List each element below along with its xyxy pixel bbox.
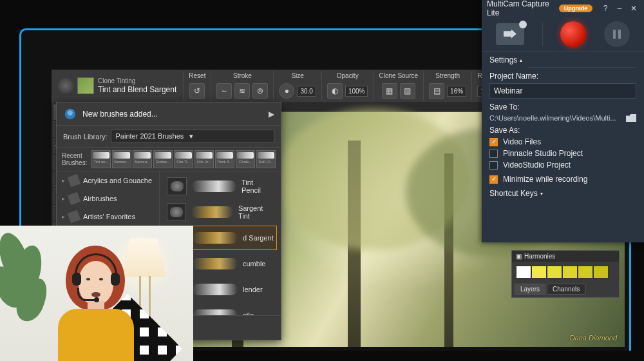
save-as-option-label: Pinnacle Studio Project xyxy=(503,149,583,158)
save-as-checkbox[interactable] xyxy=(489,138,498,146)
harmony-swatch[interactable] xyxy=(516,266,531,278)
help-button[interactable]: ? xyxy=(600,3,611,14)
recent-brushes-row: Recent Brushes: Tint an...Sarzen...Sarze… xyxy=(57,148,281,171)
save-to-label: Save To: xyxy=(489,102,636,112)
harmony-swatch[interactable] xyxy=(531,266,547,278)
plant-icon xyxy=(0,232,52,361)
clone-thumb-2[interactable]: ▨ xyxy=(400,83,415,99)
save-to-path: C:\Users\noelle.wilmering\Videos\Multi..… xyxy=(489,114,622,122)
upgrade-badge[interactable]: Upgrade xyxy=(559,5,593,12)
brush-name-label: Tint and Blend Sargent xyxy=(98,85,176,94)
opacity-icon[interactable]: ◐ xyxy=(327,83,343,99)
channels-tab[interactable]: Channels xyxy=(547,284,585,295)
pause-button[interactable] xyxy=(604,21,630,47)
harmony-swatch[interactable] xyxy=(547,266,562,278)
harmony-swatch[interactable] xyxy=(593,266,609,278)
popover-header: New brushes added... xyxy=(82,110,263,119)
brush-variant-item[interactable]: Tint Pencil xyxy=(164,174,277,199)
strength-icon[interactable]: ▤ xyxy=(429,83,444,99)
camera-settings-button[interactable] xyxy=(496,23,524,45)
settings-section-label[interactable]: Settings xyxy=(489,55,517,64)
close-button[interactable]: ✕ xyxy=(629,3,639,14)
save-as-option-label: Video Files xyxy=(503,137,541,146)
minimize-button[interactable]: – xyxy=(614,3,625,14)
clone-thumb-1[interactable]: ▦ xyxy=(382,83,397,99)
brush-category-item[interactable]: ▸Artists' Favorites xyxy=(57,208,159,226)
recent-brush-thumb[interactable]: Sarzen... xyxy=(112,150,131,168)
strength-value[interactable]: 16% xyxy=(447,86,466,97)
harmonies-label: Harmonies xyxy=(524,253,555,260)
recent-brush-thumb[interactable]: Tint an... xyxy=(91,150,111,168)
stroke-group: Stroke ～ ≋ ⊚ xyxy=(211,71,273,101)
layers-tab[interactable]: Layers xyxy=(515,284,545,295)
record-button[interactable] xyxy=(560,21,586,47)
harmony-swatch[interactable] xyxy=(562,266,578,278)
stroke-opt-3[interactable]: ⊚ xyxy=(252,83,268,99)
presenter-avatar xyxy=(46,242,143,361)
right-dock-panel: ▣Harmonies Layers Channels xyxy=(511,250,620,298)
recent-brush-thumb[interactable]: Grains... xyxy=(153,150,173,168)
recent-brush-thumb[interactable]: Chalk... xyxy=(236,150,255,168)
new-brushes-icon xyxy=(63,107,77,121)
recent-brush-thumb[interactable]: Oils Dr... xyxy=(194,150,214,168)
capture-title: MultiCam Capture Lite xyxy=(487,0,555,17)
harmonies-swatches xyxy=(512,262,619,282)
reset-group: Reset ↺ xyxy=(183,71,211,101)
canvas-signature: Dana Diamond xyxy=(570,334,617,342)
save-as-checkbox[interactable] xyxy=(489,161,498,170)
recent-brush-thumb[interactable]: Thick S... xyxy=(215,150,234,168)
recent-brush-thumb[interactable]: Soft Cl... xyxy=(256,150,276,168)
minimize-checkbox[interactable] xyxy=(489,175,498,184)
painter-logo-icon xyxy=(58,78,73,93)
brush-library-label: Brush Library: xyxy=(63,133,107,141)
webcam-preview xyxy=(0,226,193,361)
multicam-capture-panel: MultiCam Capture Lite Upgrade ? – ✕ Sett… xyxy=(482,0,644,242)
recent-brush-thumb[interactable]: Flat Ti... xyxy=(174,150,193,168)
gear-icon xyxy=(519,21,527,28)
project-name-label: Project Name: xyxy=(489,72,636,81)
brush-category-label: Clone Tinting xyxy=(98,77,176,85)
strength-group: Strength ▤ 16% xyxy=(423,71,471,101)
brush-category-item[interactable]: ▸Airbrushes xyxy=(57,190,159,208)
camera-icon xyxy=(504,30,516,39)
reset-button[interactable]: ↺ xyxy=(189,83,205,99)
minimize-label: Minimize while recording xyxy=(503,175,587,184)
opacity-value[interactable]: 100% xyxy=(345,86,368,97)
chevron-up-icon: ▴ xyxy=(520,57,522,63)
clone-source-group: Clone Source ▦ ▨ xyxy=(373,71,423,101)
recent-brush-thumb[interactable]: Sarzen... xyxy=(133,150,152,168)
brush-category-item[interactable]: ▸Acrylics and Gouache xyxy=(57,171,159,190)
chevron-down-icon: ▾ xyxy=(540,191,543,197)
recent-brushes-label: Recent Brushes: xyxy=(62,152,90,166)
brush-title: Clone Tinting Tint and Blend Sargent xyxy=(98,77,176,94)
brush-variant-item[interactable]: Sargent Tint xyxy=(164,200,277,224)
size-dot-icon[interactable]: ● xyxy=(279,83,294,99)
stroke-opt-1[interactable]: ～ xyxy=(216,83,232,99)
brush-preview-swatch[interactable] xyxy=(77,77,94,94)
popover-next-icon[interactable]: ▶ xyxy=(269,110,274,119)
save-as-checkbox[interactable] xyxy=(489,150,498,158)
size-group: Size ● 30.0 xyxy=(273,71,321,101)
shortcut-keys-label[interactable]: Shortcut Keys xyxy=(489,189,538,198)
stroke-opt-2[interactable]: ≋ xyxy=(234,83,250,99)
opacity-group: Opacity ◐ 100% xyxy=(321,71,374,101)
harmony-swatch[interactable] xyxy=(578,266,593,278)
folder-icon[interactable] xyxy=(626,114,636,122)
size-value[interactable]: 30.0 xyxy=(297,86,316,97)
save-as-label: Save As: xyxy=(489,126,636,135)
project-name-input[interactable] xyxy=(489,83,636,99)
save-as-option-label: VideoStudio Project xyxy=(503,161,571,170)
brush-library-select[interactable]: Painter 2021 Brushes ▾ xyxy=(111,130,274,143)
